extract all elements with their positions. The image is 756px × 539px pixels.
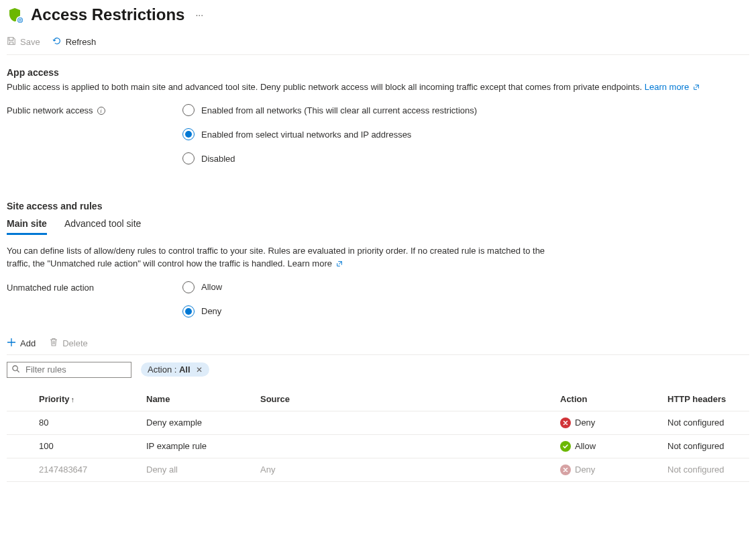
cell-action: Deny — [555, 411, 662, 434]
refresh-icon — [52, 36, 62, 48]
more-menu-button[interactable]: ··· — [193, 9, 206, 20]
cell-action: Allow — [555, 434, 662, 458]
search-icon — [11, 364, 20, 375]
radio-selected-icon — [182, 305, 195, 317]
row-select-cell[interactable] — [7, 411, 34, 434]
site-tabs: Main site Advanced tool site — [7, 218, 749, 236]
col-source[interactable]: Source — [255, 387, 555, 411]
close-icon[interactable]: ✕ — [196, 365, 203, 375]
cell-priority: 100 — [34, 434, 141, 458]
cell-http-headers: Not configured — [662, 458, 749, 481]
svg-point-2 — [13, 366, 17, 371]
cell-priority: 2147483647 — [34, 458, 141, 481]
refresh-button[interactable]: Refresh — [52, 36, 97, 48]
row-select-cell[interactable] — [7, 458, 34, 481]
cell-source — [255, 434, 555, 458]
tab-advanced-tool-site[interactable]: Advanced tool site — [64, 218, 141, 235]
radio-unmatched-allow[interactable]: Allow — [182, 281, 222, 293]
info-icon[interactable]: i — [97, 107, 105, 115]
rules-table: Priority↑ Name Source Action HTTP header… — [7, 387, 749, 482]
filter-pill-action[interactable]: Action : All ✕ — [141, 362, 209, 377]
save-icon — [7, 36, 16, 48]
deny-icon — [560, 464, 571, 475]
radio-selected-icon — [182, 128, 195, 140]
row-select-cell[interactable] — [7, 434, 34, 458]
site-rules-learn-more-link[interactable]: Learn more — [287, 258, 342, 268]
allow-icon — [560, 441, 571, 452]
col-action[interactable]: Action — [555, 387, 662, 411]
command-bar: Save Refresh — [7, 36, 749, 55]
cell-name: IP example rule — [141, 434, 255, 458]
app-access-learn-more-link[interactable]: Learn more — [645, 82, 700, 92]
deny-icon — [560, 418, 571, 428]
tab-main-site[interactable]: Main site — [7, 218, 47, 235]
radio-disabled[interactable]: Disabled — [182, 152, 477, 164]
add-rule-button[interactable]: Add — [7, 338, 36, 349]
site-rules-desc: You can define lists of allow/deny rules… — [7, 245, 563, 271]
delete-rule-button[interactable]: Delete — [49, 338, 88, 349]
radio-enabled-select-networks[interactable]: Enabled from select virtual networks and… — [182, 128, 477, 140]
filter-rules-input-wrap[interactable] — [7, 362, 131, 378]
col-select — [7, 387, 34, 411]
svg-line-3 — [17, 370, 19, 372]
app-access-heading: App access — [7, 67, 749, 78]
globe-badge-icon — [16, 16, 24, 24]
table-row[interactable]: 100IP example ruleAllowNot configured — [7, 434, 749, 458]
radio-icon — [182, 152, 195, 164]
filter-rules-input[interactable] — [24, 364, 140, 375]
table-row[interactable]: 80Deny exampleDenyNot configured — [7, 411, 749, 434]
col-http-headers[interactable]: HTTP headers — [662, 387, 749, 411]
unmatched-rule-action-label: Unmatched rule action — [7, 281, 182, 293]
page-title: Access Restrictions — [31, 5, 184, 24]
radio-enabled-all-networks[interactable]: Enabled from all networks (This will cle… — [182, 104, 477, 116]
cell-priority: 80 — [34, 411, 141, 434]
public-network-access-label: Public network access i — [7, 104, 182, 115]
cell-http-headers: Not configured — [662, 434, 749, 458]
cell-action: Deny — [555, 458, 662, 481]
col-priority[interactable]: Priority↑ — [34, 387, 141, 411]
trash-icon — [49, 338, 58, 349]
cell-name: Deny example — [141, 411, 255, 434]
sort-ascending-icon: ↑ — [71, 395, 75, 403]
plus-icon — [7, 338, 16, 349]
external-link-icon — [336, 260, 343, 267]
cell-source — [255, 411, 555, 434]
col-name[interactable]: Name — [141, 387, 255, 411]
save-label: Save — [20, 37, 40, 47]
cell-http-headers: Not configured — [662, 411, 749, 434]
table-row[interactable]: 2147483647Deny allAnyDenyNot configured — [7, 458, 749, 481]
shield-icon — [7, 7, 23, 23]
radio-icon — [182, 104, 195, 116]
cell-name: Deny all — [141, 458, 255, 481]
external-link-icon — [693, 84, 700, 91]
site-rules-heading: Site access and rules — [7, 201, 749, 211]
radio-icon — [182, 281, 195, 293]
refresh-label: Refresh — [66, 37, 97, 47]
cell-source: Any — [255, 458, 555, 481]
app-access-desc: Public access is applied to both main si… — [7, 82, 749, 92]
save-button[interactable]: Save — [7, 36, 40, 48]
radio-unmatched-deny[interactable]: Deny — [182, 305, 222, 317]
